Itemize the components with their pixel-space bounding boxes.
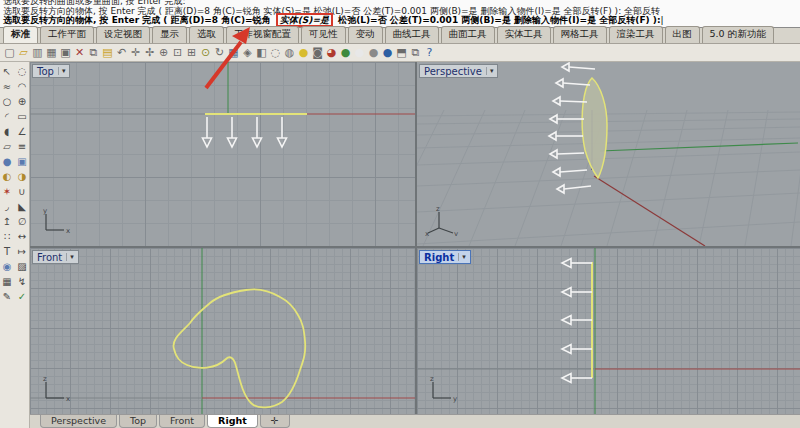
viewport-title-top[interactable]: Top ▾ bbox=[32, 64, 70, 78]
grid-options-icon[interactable]: ▦ bbox=[0, 274, 15, 289]
control-point-curve-icon[interactable]: ≈ bbox=[0, 79, 15, 94]
zoom-dynamic-icon[interactable]: ⊕ bbox=[157, 45, 170, 60]
viewport-title-right[interactable]: Right ▾ bbox=[419, 250, 471, 264]
viewport-tab[interactable]: ✛ bbox=[260, 415, 290, 428]
join-icon[interactable]: ∪ bbox=[15, 184, 30, 199]
wireframe-view-icon[interactable]: ◌ bbox=[269, 45, 282, 60]
loft-icon[interactable]: ≡ bbox=[15, 139, 30, 154]
lamp-icon[interactable]: ● bbox=[297, 45, 310, 60]
viewport-tab-bar: PerspectiveTopFrontRight✛ bbox=[30, 414, 800, 428]
explode-icon[interactable]: ✶ bbox=[0, 184, 15, 199]
copy-icon[interactable]: ▣ bbox=[59, 45, 72, 60]
link-frames-icon[interactable]: ⧉ bbox=[409, 45, 422, 60]
viewport-right[interactable]: Right ▾ z y bbox=[417, 248, 800, 414]
boolean-union-icon[interactable]: ◐ bbox=[0, 169, 15, 184]
viewport-title-perspective[interactable]: Perspective ▾ bbox=[419, 64, 498, 78]
menu-tab[interactable]: 曲线工具 bbox=[385, 26, 439, 43]
menu-tab[interactable]: 设定视图 bbox=[96, 26, 150, 43]
lightning-icon[interactable]: ↯ bbox=[15, 274, 30, 289]
new-file-icon[interactable]: ▢ bbox=[3, 45, 16, 60]
dimension-icon[interactable]: ↦ bbox=[15, 244, 30, 259]
menu-tab[interactable]: 标准 bbox=[3, 26, 38, 43]
edit-points-icon[interactable]: ✎ bbox=[0, 289, 15, 304]
viewport-front[interactable]: Front ▾ z x bbox=[30, 248, 415, 414]
text-icon[interactable]: T bbox=[0, 244, 15, 259]
check-icon[interactable]: ✓ bbox=[15, 289, 30, 304]
extrude-icon[interactable]: ↥ bbox=[0, 214, 15, 229]
viewport-tab[interactable]: Front bbox=[159, 415, 205, 428]
command-prompt[interactable]: 选取要反转方向的物体, 按 Enter 完成 ( 距离(D)=8 角(C)=锐角… bbox=[3, 16, 800, 26]
menu-tab[interactable]: 显示 bbox=[152, 26, 187, 43]
mirror-icon[interactable]: ↔ bbox=[15, 229, 30, 244]
sphere-icon[interactable]: ● bbox=[0, 154, 15, 169]
pan-view-icon[interactable]: ◈ bbox=[241, 45, 254, 60]
fillet-icon[interactable]: ◞ bbox=[0, 199, 15, 214]
shade-view-icon[interactable]: ◧ bbox=[255, 45, 268, 60]
save-icon[interactable]: ▥ bbox=[31, 45, 44, 60]
menu-tab[interactable]: 工作视窗配置 bbox=[226, 26, 299, 43]
render-sphere-gray-icon[interactable]: ● bbox=[367, 45, 380, 60]
menu-tab[interactable]: 选取 bbox=[189, 26, 224, 43]
menu-tab[interactable]: 变动 bbox=[348, 26, 383, 43]
help-icon[interactable]: ? bbox=[423, 45, 436, 60]
viewport-top[interactable]: Top ▾ y x bbox=[30, 62, 415, 246]
copy-clipboard-icon[interactable]: ⧉ bbox=[87, 45, 100, 60]
circle-3pt-icon[interactable]: ⊕ bbox=[15, 94, 30, 109]
menu-tab[interactable]: 5.0 的新功能 bbox=[702, 26, 774, 43]
paste-icon[interactable]: ▤ bbox=[101, 45, 114, 60]
zoom-window-icon[interactable]: ⊡ bbox=[171, 45, 184, 60]
menu-tab[interactable]: 可见性 bbox=[301, 26, 346, 43]
menu-tab[interactable]: 渲染工具 bbox=[609, 26, 663, 43]
menu-tab[interactable]: 曲面工具 bbox=[441, 26, 495, 43]
planar-surface[interactable] bbox=[582, 78, 607, 178]
circle-icon[interactable]: ○ bbox=[0, 94, 15, 109]
print-icon[interactable]: ▦ bbox=[45, 45, 58, 60]
command-history[interactable]: 选取要反转的曲面或多重曲面, 按 Enter 完成: 选取要反转方向的物体, 按… bbox=[0, 0, 800, 28]
select-lasso-icon[interactable]: ◌ bbox=[15, 64, 30, 79]
closed-blob-curve[interactable] bbox=[173, 289, 305, 407]
render-sphere-green-icon[interactable]: ● bbox=[339, 45, 352, 60]
select-pointer-icon[interactable]: ↖ bbox=[0, 64, 15, 79]
rectangle-icon[interactable]: ▭ bbox=[15, 109, 30, 124]
viewport-tab[interactable]: Perspective bbox=[40, 415, 117, 428]
render-sphere-white-icon[interactable]: ● bbox=[353, 45, 366, 60]
move-icon[interactable]: ✢ bbox=[143, 45, 156, 60]
surface-plane-icon[interactable]: ▱ bbox=[0, 139, 15, 154]
ellipse-icon[interactable]: ◖ bbox=[0, 124, 15, 139]
chamfer-icon[interactable]: ◣ bbox=[15, 199, 30, 214]
menu-tab[interactable]: 网格工具 bbox=[553, 26, 607, 43]
cplane-grid-icon[interactable]: ▦ bbox=[227, 45, 240, 60]
menu-tab[interactable]: 实体工具 bbox=[497, 26, 551, 43]
render-preview-icon[interactable]: ◉ bbox=[0, 259, 15, 274]
boolean-difference-icon[interactable]: ◑ bbox=[15, 169, 30, 184]
viewport-tab[interactable]: Top bbox=[119, 415, 157, 428]
delete-icon[interactable]: ✕ bbox=[73, 45, 86, 60]
undo-icon[interactable]: ↶ bbox=[115, 45, 128, 60]
menu-tab[interactable]: 工作平面 bbox=[40, 26, 94, 43]
chevron-down-icon[interactable]: ▾ bbox=[458, 253, 466, 261]
viewport-tab[interactable]: Right bbox=[207, 415, 258, 428]
viewport-perspective[interactable]: Perspective ▾ bbox=[417, 62, 800, 246]
pipe-icon[interactable]: ∅ bbox=[15, 214, 30, 229]
rotate-view-icon[interactable]: ↻ bbox=[213, 45, 226, 60]
zoom-selected-icon[interactable]: ⊙ bbox=[199, 45, 212, 60]
polyline-icon[interactable]: ∠ bbox=[15, 124, 30, 139]
chevron-down-icon[interactable]: ▾ bbox=[486, 67, 494, 75]
arc-icon[interactable]: ◜ bbox=[0, 109, 15, 124]
material-icon[interactable]: ◕ bbox=[325, 45, 338, 60]
open-file-icon[interactable]: ▱ bbox=[17, 45, 30, 60]
render-sphere-blue-icon[interactable]: ● bbox=[381, 45, 394, 60]
box-icon[interactable]: ▣ bbox=[15, 154, 30, 169]
viewport-title-front[interactable]: Front ▾ bbox=[32, 250, 79, 264]
named-views-icon[interactable]: ⬒ bbox=[395, 45, 408, 60]
chevron-down-icon[interactable]: ▾ bbox=[58, 67, 66, 75]
zoom-extents-icon[interactable]: ⊞ bbox=[185, 45, 198, 60]
hide-object-icon[interactable]: ◍ bbox=[283, 45, 296, 60]
hatch-icon[interactable]: ▨ bbox=[15, 259, 30, 274]
menu-tab[interactable]: 出图 bbox=[665, 26, 700, 43]
lock-object-icon[interactable]: ◙ bbox=[311, 45, 324, 60]
pan-icon[interactable]: ✛ bbox=[129, 45, 142, 60]
array-icon[interactable]: ∷ bbox=[0, 229, 15, 244]
interpolate-curve-icon[interactable]: ◠ bbox=[15, 79, 30, 94]
chevron-down-icon[interactable]: ▾ bbox=[66, 253, 74, 261]
